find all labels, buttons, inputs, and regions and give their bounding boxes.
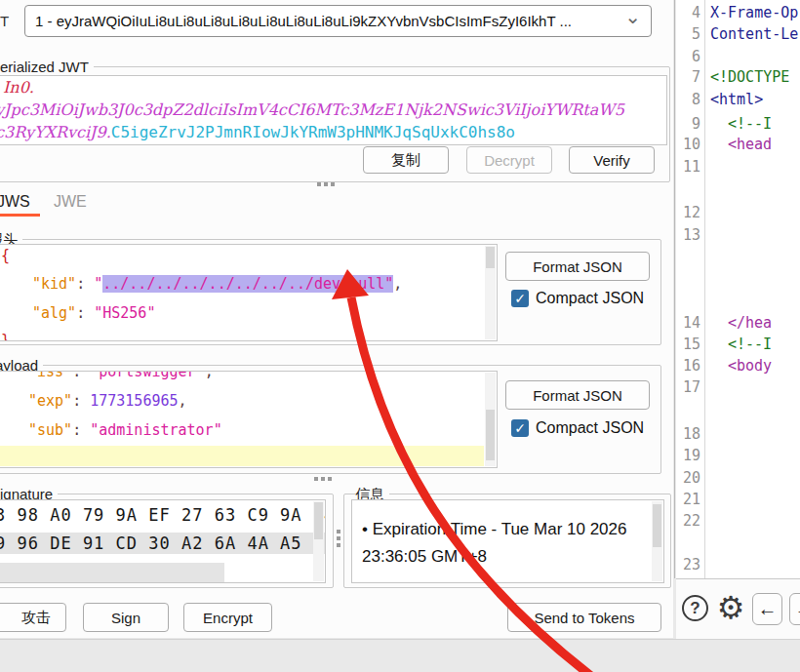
panel-divider[interactable] bbox=[674, 0, 675, 578]
jwt-payload-b64-line1: yJpc3MiOiJwb3J0c3dpZ2dlciIsImV4cCI6MTc3M… bbox=[0, 100, 624, 119]
code-line-text: </hea bbox=[728, 314, 772, 332]
payload-compact-json-label: Compact JSON bbox=[536, 419, 644, 437]
code-line-number: 5 bbox=[677, 25, 700, 43]
jwt-label: T bbox=[0, 13, 9, 29]
current-line-highlight: } bbox=[0, 446, 484, 466]
code-line-number: 12 bbox=[677, 204, 700, 221]
header-close-brace: } bbox=[1, 332, 10, 341]
attack-button[interactable]: 攻击 bbox=[0, 603, 66, 632]
help-icon[interactable]: ? bbox=[682, 595, 708, 621]
verify-button[interactable]: Verify bbox=[569, 146, 655, 174]
header-open-brace: { bbox=[1, 247, 10, 264]
code-line-number: 20 bbox=[677, 469, 700, 487]
signature-hex-line2: 9 96 DE 91 CD 30 A2 6A 4A A5 31 9 bbox=[0, 533, 326, 554]
header-json-textarea[interactable]: { "kid": "../../../../../../../../dev/nu… bbox=[0, 244, 498, 341]
back-arrow-button[interactable]: ← bbox=[752, 593, 782, 625]
payload-json-textarea[interactable]: "iss": "portswigger", "exp": 1773156965,… bbox=[0, 371, 498, 468]
payload-format-json-button[interactable]: Format JSON bbox=[505, 380, 650, 410]
code-line-text: X-Frame-Op bbox=[710, 4, 798, 21]
tab-jwe[interactable]: JWE bbox=[54, 193, 87, 211]
code-line-number: 9 bbox=[677, 115, 700, 133]
copy-button[interactable]: 复制 bbox=[363, 146, 449, 174]
code-line-number: 18 bbox=[677, 425, 700, 443]
code-line-number: 7 bbox=[677, 68, 700, 86]
header-scrollbar[interactable] bbox=[485, 246, 496, 339]
signature-scrollbar[interactable] bbox=[313, 501, 324, 581]
check-icon: ✓ bbox=[514, 291, 526, 306]
jwt-header-b64: In0. bbox=[3, 78, 34, 97]
forward-arrow-button[interactable]: → bbox=[789, 593, 800, 625]
code-line-number: 23 bbox=[677, 556, 700, 573]
sign-button[interactable]: Sign bbox=[83, 603, 169, 632]
code-line-number: 15 bbox=[677, 336, 700, 353]
code-line-text: <html> bbox=[710, 91, 763, 108]
tab-jws-active-underline bbox=[0, 214, 40, 217]
code-line-number: 4 bbox=[677, 4, 700, 21]
gear-icon[interactable]: ⚙ bbox=[715, 588, 746, 627]
header-kid-row: "kid": "../../../../../../../../dev/null… bbox=[32, 275, 402, 293]
code-line-number: 19 bbox=[677, 447, 700, 464]
signature-selection-block bbox=[0, 563, 224, 582]
payload-compact-json-checkbox[interactable]: ✓ bbox=[511, 419, 529, 437]
code-line-number: 13 bbox=[677, 226, 700, 244]
info-textarea[interactable]: • Expiration Time - Tue Mar 10 2026 23:3… bbox=[351, 499, 664, 583]
code-line-number: 8 bbox=[677, 91, 700, 108]
code-line-number: 14 bbox=[677, 314, 700, 332]
decrypt-button[interactable]: Decrypt bbox=[466, 146, 552, 174]
bottom-strip bbox=[0, 639, 800, 672]
info-scrollbar[interactable] bbox=[652, 501, 662, 581]
chevron-down-icon: ⌄ bbox=[624, 5, 641, 28]
code-line-text: <!--I bbox=[728, 336, 772, 353]
payload-exp-row: "exp": 1773156965, bbox=[28, 392, 187, 410]
header-compact-json-label: Compact JSON bbox=[536, 290, 644, 307]
payload-scrollbar[interactable] bbox=[485, 373, 496, 466]
token-dropdown-value: 1 - eyJraWQiOiIuLi8uLi8uLi8uLi8uLi8uLi8u… bbox=[25, 13, 620, 29]
signature-hex-textarea[interactable]: 3 98 A0 79 9A EF 27 63 C9 9A 74 4 9 96 D… bbox=[0, 499, 326, 583]
tab-jws[interactable]: JWS bbox=[0, 193, 30, 211]
serialized-jwt-legend: erialized JWT bbox=[0, 59, 94, 75]
signature-hex-line1: 3 98 A0 79 9A EF 27 63 C9 9A 74 4 bbox=[0, 505, 326, 525]
header-format-json-button[interactable]: Format JSON bbox=[505, 252, 650, 281]
token-dropdown[interactable]: 1 - eyJraWQiOiIuLi8uLi8uLi8uLi8uLi8uLi8u… bbox=[24, 5, 652, 37]
kid-value-selected: ../../../../../../../../dev/null bbox=[102, 275, 384, 293]
send-to-tokens-button[interactable]: Send to Tokens bbox=[507, 603, 661, 632]
code-line-text: <body bbox=[728, 357, 772, 375]
code-line-number: 17 bbox=[677, 378, 700, 396]
code-line-number: 11 bbox=[677, 158, 700, 176]
code-line-text: <!DOCTYPE bbox=[710, 68, 789, 86]
code-line-text: <!--I bbox=[728, 115, 772, 133]
jwt-signature-b64: C5igeZrvJ2PJmnRIowJkYRmW3pHNMKJqSqUxkC0h… bbox=[111, 123, 515, 141]
code-line-number: 16 bbox=[677, 357, 700, 375]
info-message: • Expiration Time - Tue Mar 10 2026 23:3… bbox=[362, 516, 635, 571]
code-line-text: <head bbox=[728, 136, 772, 153]
code-line-number: 10 bbox=[677, 136, 700, 153]
code-line-text: Content-Le bbox=[710, 25, 798, 43]
gutter-divider bbox=[704, 0, 705, 578]
code-line-number: 6 bbox=[677, 48, 700, 65]
code-line-number: 21 bbox=[677, 491, 700, 508]
code-line-number: 22 bbox=[677, 512, 700, 530]
check-icon: ✓ bbox=[514, 420, 526, 436]
jwt-editor-window: T 1 - eyJraWQiOiIuLi8uLi8uLi8uLi8uLi8uLi… bbox=[0, 0, 800, 672]
header-alg-row: "alg": "HS256" bbox=[32, 304, 155, 322]
header-compact-json-checkbox[interactable]: ✓ bbox=[511, 290, 529, 307]
serialized-jwt-textarea[interactable]: In0. yJpc3MiOiJwb3J0c3dpZ2dlciIsImV4cCI6… bbox=[0, 75, 667, 145]
payload-iss-row: "iss": "portswigger", bbox=[28, 371, 214, 380]
encrypt-button[interactable]: Encrypt bbox=[183, 603, 272, 632]
jwt-payload-b64-line2: c3RyYXRvciJ9. bbox=[0, 123, 111, 141]
payload-sub-row: "sub": "administrator" bbox=[28, 421, 222, 439]
